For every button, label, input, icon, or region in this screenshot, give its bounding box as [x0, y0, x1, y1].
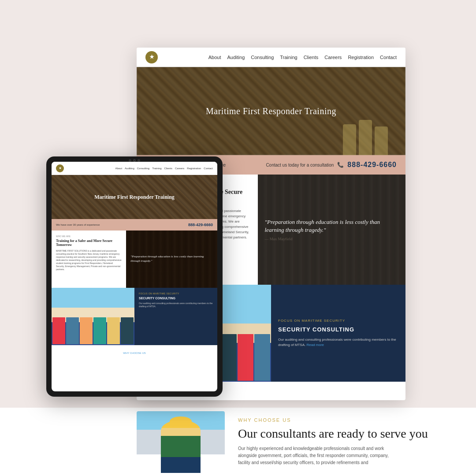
tablet-footer: WHY CHOOSE US: [52, 345, 217, 358]
worker-helmet: [170, 416, 192, 426]
nav-registration[interactable]: Registration: [348, 55, 374, 60]
desktop-logo: ★: [145, 51, 158, 63]
tablet-nav-registration[interactable]: Registration: [187, 167, 201, 170]
desktop-security-text: FOCUS ON MARITIME SECURITY SECURITY CONS…: [271, 285, 405, 382]
tablet-mockup: ★ About Auditing Consulting Training Cli…: [46, 156, 223, 397]
tablet-nav-clients[interactable]: Clients: [164, 167, 172, 170]
tablet-logo: ★: [56, 164, 64, 172]
why-choose-us-label: WHY CHOOSE US: [238, 417, 450, 423]
tablet-security-text: FOCUS ON MARITIME SECURITY SECURITY CONS…: [134, 288, 217, 345]
nav-contact[interactable]: Contact: [380, 55, 397, 60]
cta-contact-text: Contact us today for a consultation: [266, 163, 334, 167]
camera-dot-2: [133, 159, 136, 162]
security-body: Our auditing and consulting professional…: [278, 337, 398, 348]
worker-figure: [161, 420, 201, 473]
security-heading: SECURITY CONSULTING: [278, 326, 398, 333]
why-choose-us-body: Our highly experienced and knowledgeable…: [238, 445, 397, 466]
tablet-safer-heading: Training for a Safer and More Secure Tom…: [56, 239, 122, 247]
tablet-content-row: WHO WE ARE Training for a Safer and More…: [52, 231, 217, 288]
tablet-nav-about[interactable]: About: [115, 167, 122, 170]
tablet-security-image: [52, 288, 134, 345]
tablet-screen: ★ About Auditing Consulting Training Cli…: [52, 162, 217, 391]
tablet-security-heading: SECURITY CONSULTING: [139, 297, 213, 300]
tablet-hero-title: Maritime First Responder Training: [94, 194, 175, 201]
cta-right: Contact us today for a consultation 📞 88…: [266, 161, 397, 169]
focus-label: FOCUS ON MARITIME SECURITY: [278, 319, 398, 323]
desktop-hero-title: Maritime First Responder Training: [206, 106, 336, 116]
camera-dot-1: [129, 159, 131, 162]
tablet-nav-careers[interactable]: Careers: [175, 167, 184, 170]
tablet-cta-bar: We have over 30 years of experience 888-…: [52, 219, 217, 231]
why-choose-us-heading: Our consultants are ready to serve you: [238, 426, 450, 441]
tablet-hero: Maritime First Responder Training: [52, 175, 217, 219]
hero-figures: [343, 120, 388, 155]
tablet-why-choose-us-link[interactable]: WHY CHOOSE US: [123, 352, 146, 354]
tablet-nav-auditing[interactable]: Auditing: [125, 167, 134, 170]
tablet-security-row: FOCUS ON MARITIME SECURITY SECURITY CONS…: [52, 288, 217, 345]
nav-auditing[interactable]: Auditing: [227, 55, 245, 60]
tablet-who-label: WHO WE ARE: [56, 235, 122, 238]
security-read-more[interactable]: Read more: [306, 343, 324, 347]
tablet-nav-links: About Auditing Consulting Training Clien…: [115, 167, 213, 170]
why-choose-us-section: WHY CHOOSE US Our consultants are ready …: [238, 417, 476, 467]
phone-icon: 📞: [337, 162, 344, 168]
tablet-experience-text: We have over 30 years of experience: [56, 223, 100, 226]
tablet-quote-text: "Preparation through education is less c…: [130, 255, 213, 264]
desktop-nav-links: About Auditing Consulting Training Clien…: [208, 55, 397, 60]
desktop-nav: ★ About Auditing Consulting Training Cli…: [137, 48, 405, 67]
tablet-phone[interactable]: 888-429-6660: [188, 223, 213, 227]
quote-text: "Preparation through education is less c…: [265, 218, 399, 234]
tablet-quote-section: "Preparation through education is less c…: [126, 231, 217, 288]
nav-careers[interactable]: Careers: [324, 55, 342, 60]
desktop-hero: Maritime First Responder Training: [137, 67, 405, 155]
camera-dot-3: [138, 159, 140, 162]
nav-training[interactable]: Training: [280, 55, 297, 60]
tablet-focus-label: FOCUS ON MARITIME SECURITY: [139, 292, 213, 295]
tablet-nav: ★ About Auditing Consulting Training Cli…: [52, 162, 217, 175]
tablet-nav-contact[interactable]: Contact: [204, 167, 213, 170]
tablet-who-we-are: WHO WE ARE Training for a Safer and More…: [52, 231, 126, 288]
nav-about[interactable]: About: [208, 55, 221, 60]
tablet-nav-consulting[interactable]: Consulting: [137, 167, 149, 170]
tablet-who-body: MARITIME FIRST SOLUTIONS is a dedicated …: [56, 249, 122, 271]
worker-photo: [137, 411, 225, 473]
desktop-quote-section: "Preparation through education is less c…: [258, 175, 406, 285]
bottom-section: WHY CHOOSE US Our consultants are ready …: [0, 408, 476, 476]
nav-clients[interactable]: Clients: [304, 55, 319, 60]
desktop-phone-number[interactable]: 888-429-6660: [347, 161, 397, 169]
nav-consulting[interactable]: Consulting: [251, 55, 274, 60]
tablet-nav-training[interactable]: Training: [152, 167, 161, 170]
tablet-camera: [129, 159, 140, 162]
tablet-security-body: Our auditing and consulting professional…: [139, 302, 213, 308]
